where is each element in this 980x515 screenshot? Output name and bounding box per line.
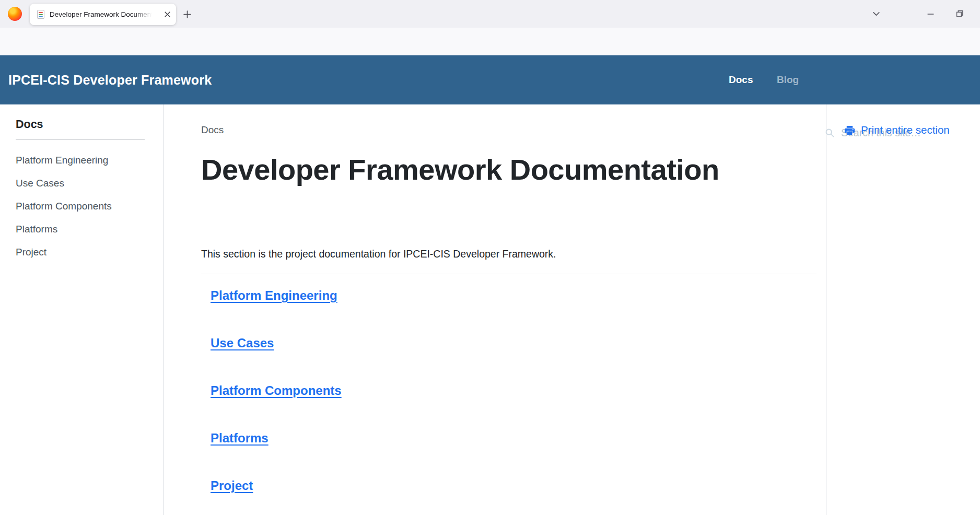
right-column-divider bbox=[826, 104, 826, 515]
site-navbar: IPCEI-CIS Developer Framework Docs Blog bbox=[0, 55, 980, 104]
sidebar-divider bbox=[16, 139, 145, 139]
section-link-use-cases[interactable]: Use Cases bbox=[211, 336, 274, 350]
browser-window: Developer Framework Documentation bbox=[0, 0, 980, 515]
printer-icon bbox=[844, 124, 856, 136]
page-title: Developer Framework Documentation bbox=[201, 150, 724, 189]
print-entire-section-label: Print entire section bbox=[861, 124, 950, 136]
breadcrumb[interactable]: Docs bbox=[201, 124, 224, 136]
tab-close-icon[interactable] bbox=[164, 11, 171, 18]
sidebar-item-use-cases[interactable]: Use Cases bbox=[16, 172, 112, 195]
section-link-list: Platform Engineering Use Cases Platform … bbox=[211, 288, 342, 515]
window-restore-button[interactable] bbox=[951, 5, 969, 22]
tab-title: Developer Framework Documentation bbox=[50, 10, 152, 18]
firefox-logo-icon[interactable] bbox=[8, 7, 22, 21]
page-favicon-icon bbox=[37, 10, 44, 19]
sidebar-nav: Platform Engineering Use Cases Platform … bbox=[16, 149, 112, 264]
content-divider bbox=[201, 274, 816, 274]
sidebar-item-platform-engineering[interactable]: Platform Engineering bbox=[16, 149, 112, 172]
new-tab-button[interactable] bbox=[180, 7, 194, 21]
sidebar-item-platforms[interactable]: Platforms bbox=[16, 218, 112, 241]
nav-link-docs[interactable]: Docs bbox=[729, 55, 753, 104]
window-minimize-button[interactable] bbox=[921, 5, 939, 22]
section-link-platform-engineering[interactable]: Platform Engineering bbox=[211, 288, 337, 303]
intro-paragraph: This section is the project documentatio… bbox=[201, 248, 556, 260]
sidebar-heading[interactable]: Docs bbox=[16, 118, 43, 131]
section-link-project[interactable]: Project bbox=[211, 478, 253, 493]
browser-tab[interactable]: Developer Framework Documentation bbox=[30, 4, 176, 25]
tab-strip: Developer Framework Documentation bbox=[0, 0, 980, 28]
sidebar-item-platform-components[interactable]: Platform Components bbox=[16, 195, 112, 218]
list-tabs-chevron-icon[interactable] bbox=[867, 5, 885, 22]
nav-link-blog[interactable]: Blog bbox=[777, 55, 799, 104]
section-link-platforms[interactable]: Platforms bbox=[211, 431, 269, 446]
sidebar-item-project[interactable]: Project bbox=[16, 241, 112, 264]
print-entire-section-link[interactable]: Print entire section bbox=[844, 124, 950, 136]
site-brand[interactable]: IPCEI-CIS Developer Framework bbox=[8, 55, 212, 104]
browser-toolbar: localhost:1313/docs/ 117% Z bbox=[0, 28, 980, 55]
section-link-platform-components[interactable]: Platform Components bbox=[211, 383, 342, 398]
